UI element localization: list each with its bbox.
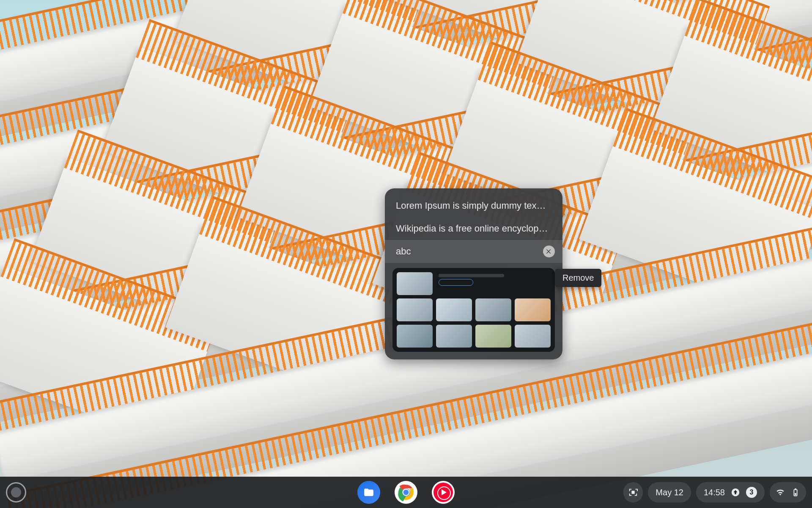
notification-count-badge: 3 bbox=[746, 487, 757, 498]
tooltip: Remove bbox=[555, 269, 601, 287]
clipboard-item-text: Lorem Ipsum is simply dummy tex… bbox=[396, 200, 546, 211]
clipboard-item-remove-button[interactable] bbox=[543, 246, 555, 257]
network-battery-pill[interactable] bbox=[770, 482, 806, 502]
svg-rect-4 bbox=[632, 491, 635, 494]
status-area: May 12 14:58 3 bbox=[623, 481, 806, 504]
update-available-icon bbox=[731, 488, 740, 497]
battery-icon bbox=[791, 488, 800, 497]
app-files[interactable] bbox=[357, 481, 380, 504]
clipboard-item[interactable]: abc bbox=[385, 240, 562, 263]
app-chrome[interactable] bbox=[395, 481, 417, 504]
status-time: 14:58 bbox=[704, 488, 725, 497]
launcher-button[interactable] bbox=[6, 482, 26, 502]
clipboard-item-text: abc bbox=[396, 246, 411, 257]
close-icon bbox=[546, 248, 552, 255]
app-youtube-music[interactable] bbox=[432, 481, 455, 504]
tooltip-label: Remove bbox=[562, 273, 594, 282]
chrome-icon bbox=[396, 482, 416, 502]
clipboard-item[interactable]: Wikipedia is a free online encyclop… bbox=[385, 217, 562, 240]
clipboard-item[interactable]: Lorem Ipsum is simply dummy tex… bbox=[385, 194, 562, 217]
quick-settings-pill[interactable]: 14:58 3 bbox=[696, 482, 765, 502]
status-date: May 12 bbox=[656, 488, 683, 497]
screenshot-icon bbox=[628, 488, 638, 497]
wifi-icon bbox=[776, 488, 785, 497]
calendar-date-pill[interactable]: May 12 bbox=[648, 482, 691, 502]
clipboard-item-text: Wikipedia is a free online encyclop… bbox=[396, 223, 548, 234]
clipboard-history-popup: Lorem Ipsum is simply dummy tex… Wikiped… bbox=[385, 188, 562, 359]
shelf: May 12 14:58 3 bbox=[0, 477, 812, 508]
folder-icon bbox=[362, 487, 375, 498]
svg-rect-6 bbox=[795, 493, 796, 495]
screenshot-capture-button[interactable] bbox=[623, 482, 643, 502]
shelf-apps bbox=[357, 481, 455, 504]
clipboard-item-image[interactable] bbox=[392, 268, 555, 352]
